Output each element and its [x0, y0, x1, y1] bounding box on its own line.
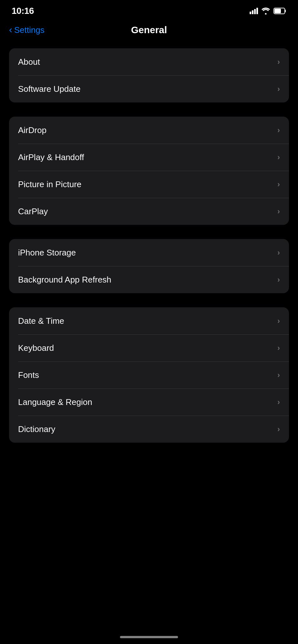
chevron-keyboard-icon: ›: [277, 343, 280, 352]
fonts-label: Fonts: [18, 370, 39, 380]
chevron-dictionary-icon: ›: [277, 425, 280, 434]
background-app-refresh-label: Background App Refresh: [18, 275, 111, 285]
back-button[interactable]: ‹ Settings: [9, 25, 45, 35]
settings-row-airplay-handoff[interactable]: AirPlay & Handoff ›: [9, 144, 289, 171]
airplay-handoff-label: AirPlay & Handoff: [18, 152, 84, 162]
chevron-language-region-icon: ›: [277, 398, 280, 407]
airdrop-label: AirDrop: [18, 125, 46, 135]
keyboard-label: Keyboard: [18, 343, 54, 353]
status-icons: [250, 7, 286, 14]
date-time-label: Date & Time: [18, 316, 64, 326]
wifi-icon: [261, 7, 270, 14]
about-label: About: [18, 57, 40, 67]
chevron-about-icon: ›: [277, 57, 280, 66]
picture-in-picture-label: Picture in Picture: [18, 179, 82, 189]
status-bar: 10:16: [0, 0, 298, 19]
chevron-background-app-refresh-icon: ›: [277, 275, 280, 284]
settings-content: About › Software Update › AirDrop › AirP…: [0, 42, 298, 449]
settings-group-3: iPhone Storage › Background App Refresh …: [9, 239, 289, 293]
signal-icon: [250, 8, 258, 14]
home-indicator: [120, 636, 178, 638]
language-region-label: Language & Region: [18, 397, 92, 407]
settings-row-fonts[interactable]: Fonts ›: [9, 361, 289, 389]
settings-row-about[interactable]: About ›: [9, 48, 289, 75]
chevron-picture-in-picture-icon: ›: [277, 180, 280, 189]
back-chevron-icon: ‹: [9, 25, 12, 34]
chevron-carplay-icon: ›: [277, 207, 280, 216]
nav-header: ‹ Settings General: [0, 19, 298, 42]
svg-rect-2: [274, 9, 281, 13]
software-update-label: Software Update: [18, 84, 81, 94]
settings-row-dictionary[interactable]: Dictionary ›: [9, 416, 289, 443]
chevron-iphone-storage-icon: ›: [277, 248, 280, 257]
settings-row-background-app-refresh[interactable]: Background App Refresh ›: [9, 266, 289, 293]
settings-group-2: AirDrop › AirPlay & Handoff › Picture in…: [9, 117, 289, 225]
chevron-date-time-icon: ›: [277, 316, 280, 325]
settings-row-software-update[interactable]: Software Update ›: [9, 75, 289, 102]
settings-row-language-region[interactable]: Language & Region ›: [9, 389, 289, 416]
battery-icon: [273, 7, 286, 14]
dictionary-label: Dictionary: [18, 424, 55, 434]
settings-row-picture-in-picture[interactable]: Picture in Picture ›: [9, 171, 289, 198]
settings-row-iphone-storage[interactable]: iPhone Storage ›: [9, 239, 289, 266]
settings-row-airdrop[interactable]: AirDrop ›: [9, 117, 289, 144]
status-time: 10:16: [12, 6, 34, 16]
settings-group-1: About › Software Update ›: [9, 48, 289, 102]
carplay-label: CarPlay: [18, 207, 48, 216]
settings-group-4: Date & Time › Keyboard › Fonts › Languag…: [9, 307, 289, 443]
chevron-software-update-icon: ›: [277, 84, 280, 93]
svg-rect-1: [285, 10, 286, 12]
settings-row-date-time[interactable]: Date & Time ›: [9, 307, 289, 334]
settings-row-keyboard[interactable]: Keyboard ›: [9, 334, 289, 361]
iphone-storage-label: iPhone Storage: [18, 248, 76, 258]
settings-row-carplay[interactable]: CarPlay ›: [9, 198, 289, 225]
chevron-airplay-handoff-icon: ›: [277, 153, 280, 162]
chevron-airdrop-icon: ›: [277, 126, 280, 135]
back-label: Settings: [14, 25, 45, 35]
chevron-fonts-icon: ›: [277, 370, 280, 380]
page-title: General: [131, 24, 167, 35]
